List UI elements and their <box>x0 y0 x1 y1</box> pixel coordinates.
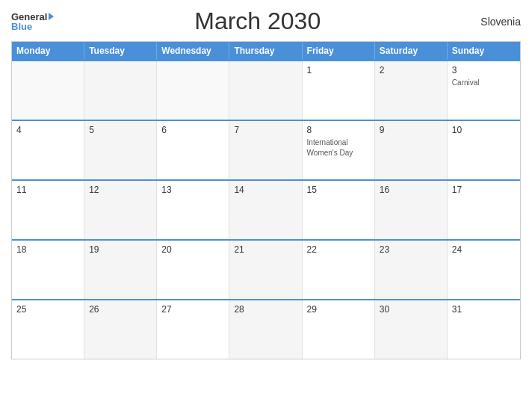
day-number: 24 <box>452 244 516 255</box>
day-number: 9 <box>380 125 442 135</box>
calendar-cell: 10 <box>448 121 520 179</box>
calendar-cell: 27 <box>157 300 229 359</box>
calendar-cell: 9 <box>375 121 448 179</box>
day-number: 18 <box>16 244 79 255</box>
calendar-title: March 2030 <box>54 7 461 35</box>
day-number: 11 <box>16 185 79 195</box>
day-number: 15 <box>307 185 370 195</box>
calendar-cell: 26 <box>84 300 157 359</box>
day-number: 21 <box>234 244 297 255</box>
calendar-cell: 30 <box>375 300 448 359</box>
calendar-cell: 25 <box>12 300 84 359</box>
day-number: 17 <box>452 185 516 195</box>
calendar-cell: 12 <box>84 181 157 239</box>
calendar-week-5: 25262728293031 <box>12 299 520 359</box>
logo-blue-text: Blue <box>11 22 32 31</box>
calendar-grid: MondayTuesdayWednesdayThursdayFridaySatu… <box>11 41 521 359</box>
header-day-saturday: Saturday <box>375 42 448 60</box>
header-day-monday: Monday <box>12 42 84 60</box>
day-number: 28 <box>234 304 297 315</box>
calendar-cell: 8International Women's Day <box>303 121 375 179</box>
day-event: Carnival <box>452 78 480 87</box>
day-number: 1 <box>307 65 370 75</box>
day-number: 4 <box>16 125 79 135</box>
calendar-header: MondayTuesdayWednesdayThursdayFridaySatu… <box>12 42 520 60</box>
day-number: 30 <box>380 304 442 315</box>
calendar-cell <box>12 61 84 120</box>
calendar-cell: 14 <box>229 181 302 239</box>
calendar-body: 123Carnival45678International Women's Da… <box>12 60 520 359</box>
header-day-friday: Friday <box>303 42 375 60</box>
calendar-cell: 17 <box>448 181 520 239</box>
calendar-cell: 21 <box>229 241 302 299</box>
day-number: 27 <box>161 304 224 315</box>
day-number: 3 <box>452 65 516 75</box>
calendar-cell <box>229 61 302 120</box>
calendar-cell: 6 <box>157 121 229 179</box>
calendar-cell <box>157 61 229 120</box>
calendar-cell: 3Carnival <box>448 61 520 120</box>
country-label: Slovenia <box>461 16 521 28</box>
day-number: 16 <box>380 185 442 195</box>
day-number: 12 <box>89 185 152 195</box>
day-number: 2 <box>380 65 442 75</box>
calendar-cell: 13 <box>157 181 229 239</box>
calendar-cell: 29 <box>303 300 375 359</box>
day-event: International Women's Day <box>307 138 353 157</box>
day-number: 31 <box>452 304 516 315</box>
calendar-cell: 15 <box>303 181 375 239</box>
day-number: 20 <box>161 244 224 255</box>
day-number: 26 <box>89 304 152 315</box>
header-day-thursday: Thursday <box>229 42 302 60</box>
calendar-cell: 7 <box>229 121 302 179</box>
calendar-cell: 31 <box>448 300 520 359</box>
calendar-cell: 28 <box>229 300 302 359</box>
day-number: 5 <box>89 125 152 135</box>
calendar-cell: 11 <box>12 181 84 239</box>
day-number: 25 <box>16 304 79 315</box>
day-number: 6 <box>161 125 224 135</box>
header-day-tuesday: Tuesday <box>84 42 157 60</box>
day-number: 8 <box>307 125 370 135</box>
page-header: General Blue March 2030 Slovenia <box>11 7 521 35</box>
header-day-sunday: Sunday <box>448 42 520 60</box>
calendar-cell: 16 <box>375 181 448 239</box>
day-number: 22 <box>307 244 370 255</box>
calendar-week-4: 18192021222324 <box>12 239 520 299</box>
day-number: 23 <box>380 244 442 255</box>
logo-triangle-icon <box>49 13 54 20</box>
calendar-week-3: 11121314151617 <box>12 179 520 239</box>
logo-general-text: General <box>11 12 47 22</box>
logo: General Blue <box>11 12 54 31</box>
day-number: 10 <box>452 125 516 135</box>
header-day-wednesday: Wednesday <box>157 42 229 60</box>
calendar-cell: 4 <box>12 121 84 179</box>
day-number: 7 <box>234 125 297 135</box>
calendar-cell <box>84 61 157 120</box>
day-number: 19 <box>89 244 152 255</box>
calendar-cell: 18 <box>12 241 84 299</box>
calendar-cell: 19 <box>84 241 157 299</box>
calendar-cell: 23 <box>375 241 448 299</box>
day-number: 14 <box>234 185 297 195</box>
calendar-week-2: 45678International Women's Day910 <box>12 120 520 179</box>
calendar-page: General Blue March 2030 Slovenia MondayT… <box>0 0 532 411</box>
calendar-cell: 20 <box>157 241 229 299</box>
calendar-week-1: 123Carnival <box>12 60 520 120</box>
calendar-cell: 24 <box>448 241 520 299</box>
calendar-cell: 5 <box>84 121 157 179</box>
calendar-cell: 22 <box>303 241 375 299</box>
calendar-cell: 2 <box>375 61 448 120</box>
calendar-cell: 1 <box>303 61 375 120</box>
day-number: 13 <box>161 185 224 195</box>
day-number: 29 <box>307 304 370 315</box>
